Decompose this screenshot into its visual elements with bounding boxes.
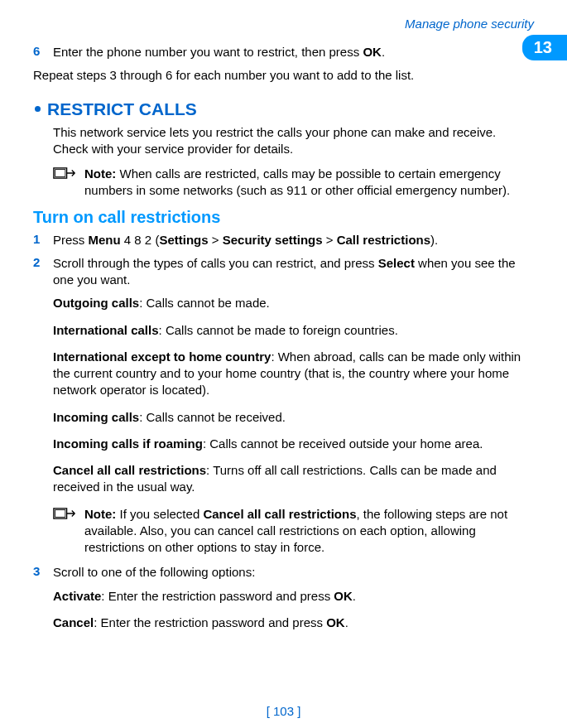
item-label: Activate — [53, 589, 101, 603]
note-label: Note: — [84, 507, 116, 521]
text: > — [323, 233, 337, 247]
svg-rect-3 — [55, 509, 65, 517]
bold-word: Settings — [159, 233, 208, 247]
step-text: Scroll to one of the following options: — [53, 564, 526, 581]
step-number: 3 — [33, 564, 53, 578]
item-label: Incoming calls if roaming — [53, 436, 203, 451]
header-section-name: Manage phone security — [25, 17, 542, 31]
chapter-number-badge: 13 — [522, 35, 567, 60]
bold-word: Call restrictions — [337, 233, 430, 247]
text: 4 8 2 ( — [121, 233, 160, 247]
text: . — [382, 45, 385, 59]
text: : Enter the restriction password and pre… — [101, 589, 334, 603]
international-except-home-item: International except to home country: Wh… — [53, 349, 526, 399]
item-label: Incoming calls — [53, 410, 139, 424]
text: . — [353, 589, 356, 603]
bold-word: Security settings — [223, 233, 323, 247]
turn-on-heading: Turn on call restrictions — [33, 208, 526, 227]
step-2-row: 2 Scroll through the types of calls you … — [33, 255, 526, 289]
step-number: 2 — [33, 255, 53, 269]
note-text: Note: If you selected Cancel all call re… — [84, 506, 526, 557]
step-1-row: 1 Press Menu 4 8 2 (Settings > Security … — [33, 232, 526, 248]
bold-word: Menu — [89, 233, 121, 247]
svg-rect-1 — [55, 170, 65, 177]
text: Enter the phone number you want to restr… — [53, 45, 363, 59]
text: ). — [430, 233, 438, 247]
outgoing-calls-item: Outgoing calls: Calls cannot be made. — [53, 295, 526, 311]
step-text: Enter the phone number you want to restr… — [53, 44, 526, 60]
note-label: Note: — [84, 166, 116, 181]
incoming-roaming-item: Incoming calls if roaming: Calls cannot … — [53, 436, 526, 452]
note-icon — [53, 508, 76, 528]
note-text: Note: When calls are restricted, calls m… — [84, 166, 526, 200]
bold-word: OK — [363, 45, 382, 59]
item-desc: : Calls cannot be made. — [139, 296, 270, 310]
item-label: Cancel all call restrictions — [53, 463, 206, 477]
repeat-instruction: Repeat steps 3 through 6 for each number… — [33, 67, 526, 84]
text: : Enter the restriction password and pre… — [94, 615, 326, 629]
item-label: International except to home country — [53, 350, 271, 364]
item-label: Cancel — [53, 615, 94, 629]
step-text: Press Menu 4 8 2 (Settings > Security se… — [53, 232, 526, 248]
step-3-row: 3 Scroll to one of the following options… — [33, 564, 526, 581]
heading-text: RESTRICT CALLS — [47, 99, 197, 119]
step-number: 1 — [33, 232, 53, 246]
bold-word: OK — [334, 589, 353, 603]
item-label: International calls — [53, 323, 159, 337]
bold-word: Select — [378, 256, 415, 270]
page-number: [ 103 ] — [0, 704, 567, 718]
note-icon — [53, 167, 76, 188]
step-6-row: 6 Enter the phone number you want to res… — [33, 44, 526, 60]
text: When calls are restricted, calls may be … — [84, 166, 510, 197]
text: Scroll through the types of calls you ca… — [53, 256, 378, 270]
cancel-all-item: Cancel all call restrictions: Turns off … — [53, 462, 526, 496]
activate-option: Activate: Enter the restriction password… — [53, 588, 526, 605]
restrict-calls-heading: RESTRICT CALLS — [33, 99, 526, 119]
bold-word: OK — [326, 615, 345, 629]
incoming-calls-item: Incoming calls: Calls cannot be received… — [53, 409, 526, 426]
bold-word: Cancel all call restrictions — [203, 507, 356, 521]
text: If you selected — [116, 507, 203, 521]
note-block-2: Note: If you selected Cancel all call re… — [53, 506, 526, 557]
item-desc: : Calls cannot be received outside your … — [203, 436, 483, 451]
international-calls-item: International calls: Calls cannot be mad… — [53, 322, 526, 339]
item-desc: : Calls cannot be received. — [139, 410, 286, 424]
item-desc: : Calls cannot be made to foreign countr… — [159, 323, 398, 337]
item-label: Outgoing calls — [53, 296, 139, 310]
step-text: Scroll through the types of calls you ca… — [53, 255, 526, 289]
restrict-intro: This network service lets you restrict t… — [53, 124, 526, 158]
note-block-1: Note: When calls are restricted, calls m… — [53, 166, 526, 200]
text: Press — [53, 233, 89, 247]
step-number: 6 — [33, 44, 53, 58]
cancel-option: Cancel: Enter the restriction password a… — [53, 615, 526, 631]
text: > — [209, 233, 223, 247]
bullet-icon — [35, 106, 41, 112]
text: . — [345, 615, 348, 629]
